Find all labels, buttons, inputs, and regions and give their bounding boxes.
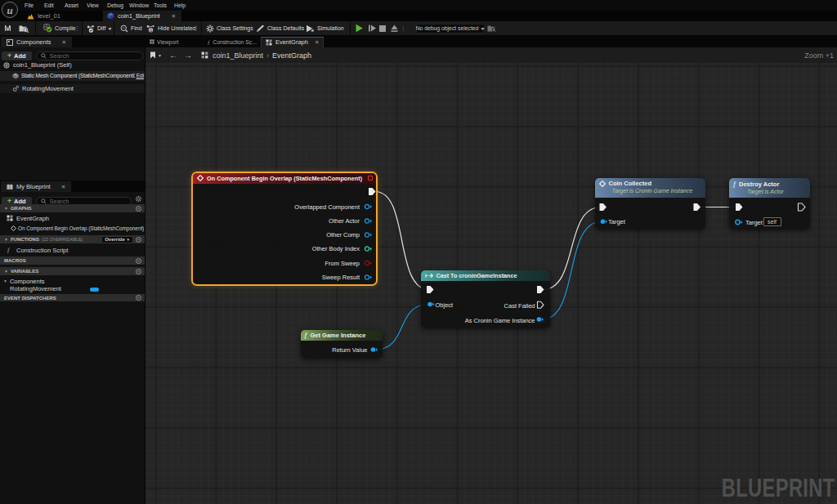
svg-text:f: f <box>7 247 11 253</box>
svg-text:u: u <box>7 4 12 16</box>
